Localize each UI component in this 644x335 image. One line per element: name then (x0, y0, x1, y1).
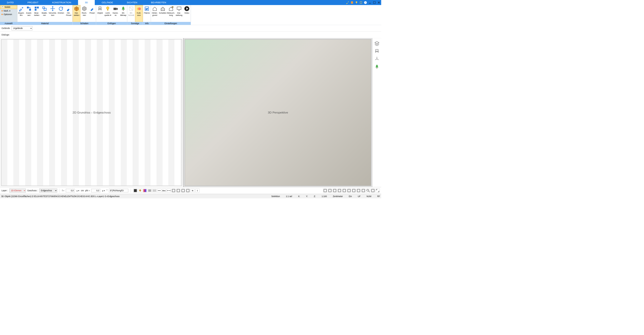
book-icon[interactable] (351, 1, 354, 4)
ribbon-assign-button[interactable]: Zuwei-sen (25, 5, 33, 22)
ribbon-chair-button[interactable]: Objekt (96, 5, 104, 22)
phi-input[interactable] (91, 189, 100, 192)
mark-tool[interactable]: ✚ Mark. ▾ (0, 9, 17, 13)
ribbon-house-light-button[interactable]: Beleuch-tung (167, 5, 175, 22)
svg-rect-7 (373, 2, 375, 4)
l-input[interactable] (66, 189, 75, 192)
ribbon-move-button[interactable]: Verschie-ben (48, 5, 57, 22)
axes-icon[interactable] (374, 56, 379, 61)
chair-side-icon[interactable] (374, 49, 379, 54)
vp-multi-icon[interactable] (333, 189, 337, 193)
fit-icon[interactable] (361, 189, 365, 193)
status-y: Y: (306, 195, 308, 197)
layer-label: Layer : (2, 189, 8, 192)
grid-icon[interactable] (338, 189, 342, 193)
ribbon-brush-button[interactable]: Hin.Pinsel (65, 5, 73, 22)
area-icon: m² (144, 6, 149, 11)
rect1-icon[interactable] (171, 189, 176, 193)
ortho-icon[interactable] (347, 189, 351, 193)
status-num: NUM (366, 195, 371, 197)
ribbon-area-button[interactable]: m²Fläche (143, 5, 151, 22)
ribbon-scale-button[interactable]: Skalie-ren (41, 5, 48, 22)
options-tool[interactable]: ✚ Optionen (0, 13, 17, 16)
tab-sichten[interactable]: SICHTEN (120, 0, 144, 5)
hatch-icon[interactable] (186, 189, 190, 193)
section-icon (129, 6, 134, 11)
tab-bearbeiten[interactable]: BEARBEITEN (144, 0, 173, 5)
terrain-select[interactable]: Urgelände (11, 26, 32, 30)
ribbon-camera-button[interactable]: Kame-ra (112, 5, 119, 22)
lamp-icon[interactable] (355, 1, 358, 4)
extent-icon[interactable] (352, 189, 356, 193)
scale-icon (42, 6, 47, 11)
svg-rect-9 (29, 9, 31, 11)
dots-icon[interactable] (157, 189, 161, 193)
floor-label: Geschoss : (27, 189, 38, 192)
tab-konstruktion[interactable]: KONSTRUKTION (45, 0, 78, 5)
snap-icon[interactable] (342, 189, 346, 193)
ribbon-house-shadow-button[interactable]: Schatten (159, 5, 167, 22)
expand-icon[interactable] (376, 189, 380, 193)
vp-split-icon[interactable] (323, 189, 327, 193)
dash-icon[interactable] (152, 189, 157, 193)
ribbon-brush2-button[interactable]: Pinsel (88, 5, 96, 22)
mag-icon[interactable] (366, 189, 370, 193)
fill-icon[interactable] (133, 189, 137, 193)
abc-icon[interactable]: Abc (162, 189, 166, 193)
select-label: Selekt (5, 6, 10, 8)
rect2-icon[interactable] (176, 189, 180, 193)
rect3-icon[interactable] (181, 189, 185, 193)
tab-3d[interactable]: 3D (78, 0, 95, 5)
n-icon[interactable]: N (191, 189, 195, 193)
tab-projekt[interactable]: PROJEKT (21, 0, 45, 5)
ribbon-eyedropper-button[interactable]: Abgrei-fen (17, 5, 25, 22)
close-icon[interactable] (377, 1, 380, 4)
svg-rect-8 (27, 7, 29, 8)
tree-side-icon[interactable] (374, 64, 379, 69)
tab-gelaende[interactable]: GELÄNDE (95, 0, 120, 5)
deg-label: ° (107, 189, 107, 192)
ribbon-house-bg-button[interactable]: Hinter-grund (151, 5, 159, 22)
collision-icon (136, 6, 142, 11)
ribbon-rotate-button[interactable]: Drehen (57, 5, 65, 22)
clip-icon[interactable] (359, 1, 362, 4)
ribbon-cube-button[interactable]: Dar-stellen (73, 5, 80, 22)
svg-point-16 (106, 7, 109, 9)
ribbon-screen-button[interactable]: Dar-stellung (175, 5, 183, 22)
grad-icon[interactable] (143, 189, 147, 193)
zoom-icon[interactable] (356, 189, 361, 193)
bucket-icon[interactable] (138, 189, 142, 193)
wrench-icon[interactable] (346, 1, 349, 4)
ribbon-cube-calc-button[interactable]: Rech-nen (80, 5, 88, 22)
help-icon[interactable]: ? (364, 1, 367, 4)
house-light-icon (168, 6, 174, 11)
ribbon-btn-label: Kame-ra (113, 12, 118, 16)
ribbon-edit-button[interactable]: Bear-beiten (33, 5, 41, 22)
ribbon-tree-button[interactable]: 3D-Bitmap (119, 5, 127, 22)
dl-input[interactable] (109, 189, 128, 192)
info-icon[interactable]: i (195, 189, 200, 193)
ribbon-btn-label: Fläche (144, 12, 150, 14)
floor-select[interactable]: Erdgeschos (39, 189, 57, 192)
svg-rect-41 (333, 189, 336, 192)
target-icon[interactable] (371, 189, 375, 193)
select-tool[interactable]: 🖱️ Selekt (0, 5, 17, 9)
vp-single-icon[interactable] (328, 189, 332, 193)
svg-rect-29 (377, 67, 377, 69)
maximize-icon[interactable] (373, 1, 376, 4)
plus-icon: ✚ (1, 10, 3, 12)
tab-datei[interactable]: DATEI (0, 0, 21, 5)
viewport-3d[interactable]: 3D Perspektive (183, 38, 372, 187)
svg-rect-31 (143, 189, 146, 192)
ribbon-play-button[interactable]: Video (183, 5, 191, 22)
ribbon-collision-button[interactable]: Kolli-sion (135, 5, 143, 22)
svg-rect-10 (35, 7, 37, 8)
ribbon-bulb-button[interactable]: Licht-quelle ▾ (104, 5, 112, 22)
ribbon-btn-label: Beleuch-tung (167, 12, 175, 16)
dim-icon[interactable] (167, 189, 171, 193)
lines-icon[interactable] (147, 189, 152, 193)
minimize-icon[interactable] (369, 1, 372, 4)
viewport-2d[interactable]: 2D Grundriss – Erdgeschoss (0, 38, 183, 187)
layer-select[interactable]: 2D-Elemen (9, 189, 26, 192)
layers-icon[interactable] (374, 41, 379, 46)
